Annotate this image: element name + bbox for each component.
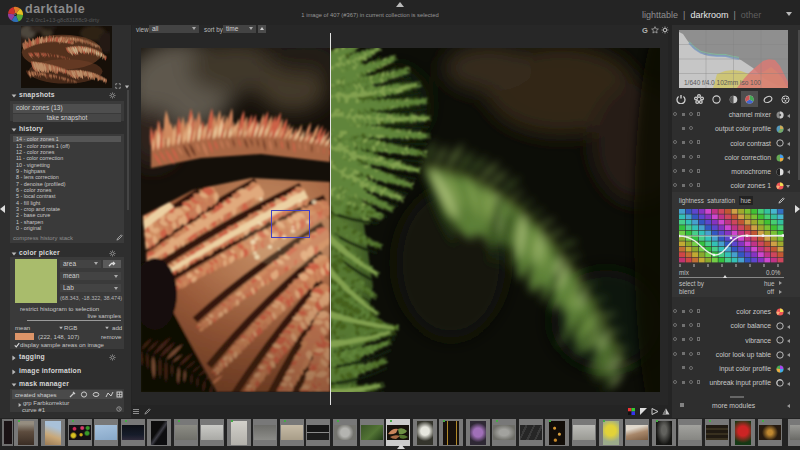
- svg-text:1/640 f/4.0 102mm iso 100: 1/640 f/4.0 102mm iso 100: [684, 79, 761, 86]
